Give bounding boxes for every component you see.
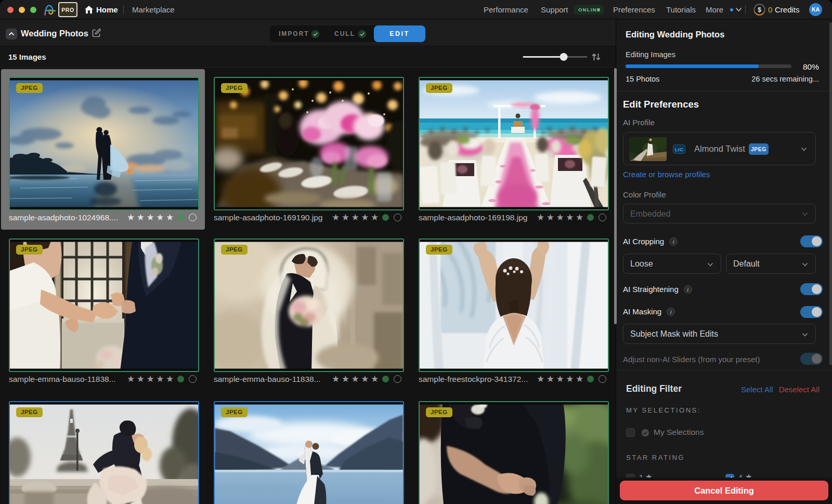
svg-text:$: $	[758, 6, 761, 14]
